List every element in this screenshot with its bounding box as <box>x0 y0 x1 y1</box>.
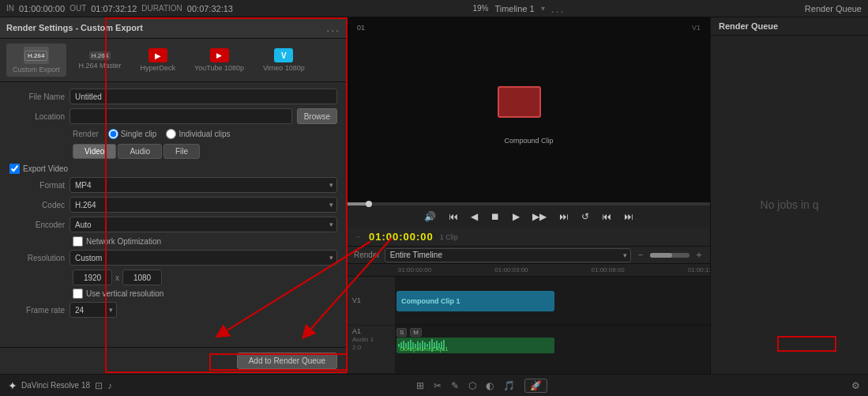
loop-button[interactable]: ↺ <box>578 209 592 224</box>
tab-file[interactable]: File <box>163 144 200 159</box>
format-select[interactable]: MP4 <box>70 177 337 193</box>
transport-bar: 🔊 ⏮ ◀ ⏹ ▶ ▶▶ ⏭ ↺ ⏮ ⏭ <box>348 206 710 228</box>
progress-handle[interactable] <box>366 201 372 207</box>
encoder-select[interactable]: Auto <box>70 217 337 232</box>
queue-title: Render Queue <box>719 21 778 31</box>
in-timecode: 01:00:00:00 <box>19 4 65 13</box>
render-bar: Render Entire Timeline － ＋ <box>348 247 710 264</box>
resolution-dimensions-row: x <box>9 270 337 285</box>
format-select-wrapper: MP4 <box>70 177 337 193</box>
audio-track-header: S M <box>396 327 708 338</box>
tab-video[interactable]: Video <box>73 144 116 159</box>
bottom-icon-media[interactable]: ⊞ <box>416 380 424 391</box>
vert-res-checkbox[interactable] <box>73 289 83 299</box>
filename-input[interactable] <box>70 89 337 104</box>
solo-button[interactable]: S <box>396 328 407 337</box>
duration-label: DURATION <box>141 4 182 13</box>
entire-timeline-select[interactable]: Entire Timeline <box>385 248 631 262</box>
out-label: OUT <box>70 4 86 13</box>
browse-button[interactable]: Browse <box>297 108 337 124</box>
bottom-icon-1[interactable]: ⊡ <box>95 380 103 391</box>
single-clip-option[interactable]: Single clip <box>108 129 157 139</box>
preset-hyperdeck[interactable]: ▶ HyperDeck <box>134 45 182 75</box>
progress-fill <box>348 202 366 206</box>
zoom-slider[interactable] <box>650 253 690 258</box>
mute-button[interactable]: M <box>410 328 422 337</box>
framerate-select[interactable]: 24 <box>70 302 117 318</box>
skip-fwd-button[interactable]: ⏭ <box>556 209 572 224</box>
volume-icon[interactable]: 🔊 <box>421 209 439 224</box>
tab-audio[interactable]: Audio <box>118 144 162 159</box>
clip-count-label: 1 Clip <box>440 233 458 241</box>
codec-select[interactable]: H.264 <box>70 197 337 213</box>
location-input[interactable] <box>70 108 292 124</box>
resolution-select[interactable]: Custom <box>70 250 337 266</box>
stop-button[interactable]: ⏹ <box>487 209 503 224</box>
clip-number: 01 <box>357 24 365 32</box>
bottom-icon-deliver[interactable]: 🚀 <box>524 379 547 393</box>
bottom-icon-fusion[interactable]: ⬡ <box>468 380 476 391</box>
timeline-name[interactable]: Timeline 1 <box>494 4 534 13</box>
framerate-label: Frame rate <box>9 306 65 315</box>
v1-label: V1 <box>348 277 395 326</box>
individual-clips-radio[interactable] <box>166 129 176 139</box>
timeline-tracks: V1 A1 Audio 1 2.0 01:00:00:00 0 <box>348 264 710 374</box>
export-video-checkbox[interactable] <box>9 164 20 174</box>
audio-clip-label: Compound Clip 1 <box>400 345 449 353</box>
res-height-input[interactable] <box>122 270 162 285</box>
timeline-dots[interactable]: ... <box>551 2 566 15</box>
in-label: IN <box>6 4 14 13</box>
codec-row: Codec H.264 <box>9 197 337 213</box>
preset-custom[interactable]: H.264 Custom Export <box>6 43 66 77</box>
network-opt-checkbox[interactable] <box>73 236 83 247</box>
res-separator: x <box>115 273 119 282</box>
waveform-block: Compound Clip 1 <box>396 338 554 353</box>
video-clip-label: Compound Clip 1 <box>401 297 460 305</box>
progress-bar[interactable] <box>348 202 710 206</box>
app-title: DaVinci Resolve 18 <box>21 381 90 390</box>
network-opt-label: Network Optimization <box>86 237 161 246</box>
bottom-icon-cut[interactable]: ✂ <box>434 380 442 391</box>
single-clip-label: Single clip <box>121 130 157 138</box>
timeline-chevron[interactable]: ▾ <box>541 4 545 13</box>
prev-clip-button[interactable]: ⏮ <box>599 209 614 224</box>
location-row: Location Browse <box>9 108 337 124</box>
track-labels: V1 A1 Audio 1 2.0 <box>348 264 395 374</box>
middle-panel: Compound Clip V1 01 🔊 ⏮ ◀ ⏹ ▶ ▶▶ ⏭ <box>348 17 710 374</box>
encoder-row: Encoder Auto <box>9 217 337 232</box>
bottom-icon-edit[interactable]: ✎ <box>451 380 459 391</box>
framerate-row: Frame rate 24 <box>9 302 337 318</box>
panel-dots[interactable]: ... <box>326 21 340 34</box>
next-frame-button[interactable]: ▶▶ <box>529 209 550 224</box>
individual-clips-option[interactable]: Individual clips <box>166 129 230 139</box>
custom-label: Custom Export <box>13 66 60 74</box>
render-footer: Add to Render Queue <box>0 347 347 374</box>
next-clip-button[interactable]: ⏭ <box>621 209 637 224</box>
skip-back-button[interactable]: ⏮ <box>445 209 461 224</box>
add-to-render-queue-button[interactable]: Add to Render Queue <box>237 353 337 369</box>
compound-clip-preview: Compound Clip <box>498 86 561 134</box>
preset-youtube[interactable]: ▶ YouTube 1080p <box>188 45 250 75</box>
bottom-icon-fairlight[interactable]: 🎵 <box>503 380 515 391</box>
timeline-ruler: 01:00:00:00 01:00:03:00 01:00:08:00 01:0… <box>395 264 710 277</box>
play-button[interactable]: ▶ <box>509 209 523 224</box>
bottom-icon-color[interactable]: ◐ <box>486 380 494 391</box>
zoom-out-icon[interactable]: － <box>354 231 363 243</box>
preset-vimeo[interactable]: V Vimeo 1080p <box>257 45 311 75</box>
vimeo-label: Vimeo 1080p <box>263 64 305 72</box>
video-clip-block[interactable]: Compound Clip 1 <box>396 291 554 311</box>
vert-res-label: Use vertical resolution <box>86 289 163 298</box>
minus-icon[interactable]: － <box>636 248 645 262</box>
preset-h264master[interactable]: H.264 H.264 Master <box>73 48 128 73</box>
framerate-select-wrapper: 24 <box>70 302 117 318</box>
custom-icon: H.264 <box>24 47 49 64</box>
audio-channels: 2.0 <box>352 344 361 351</box>
prev-frame-button[interactable]: ◀ <box>468 209 481 224</box>
res-width-input[interactable] <box>73 270 112 285</box>
plus-icon[interactable]: ＋ <box>694 248 704 262</box>
percent-indicator: 19% <box>472 4 488 13</box>
bottom-gear-icon[interactable]: ⚙ <box>851 380 860 391</box>
single-clip-radio[interactable] <box>108 129 118 139</box>
bottom-icon-2[interactable]: ♪ <box>107 380 112 391</box>
encoder-label: Encoder <box>9 221 65 229</box>
